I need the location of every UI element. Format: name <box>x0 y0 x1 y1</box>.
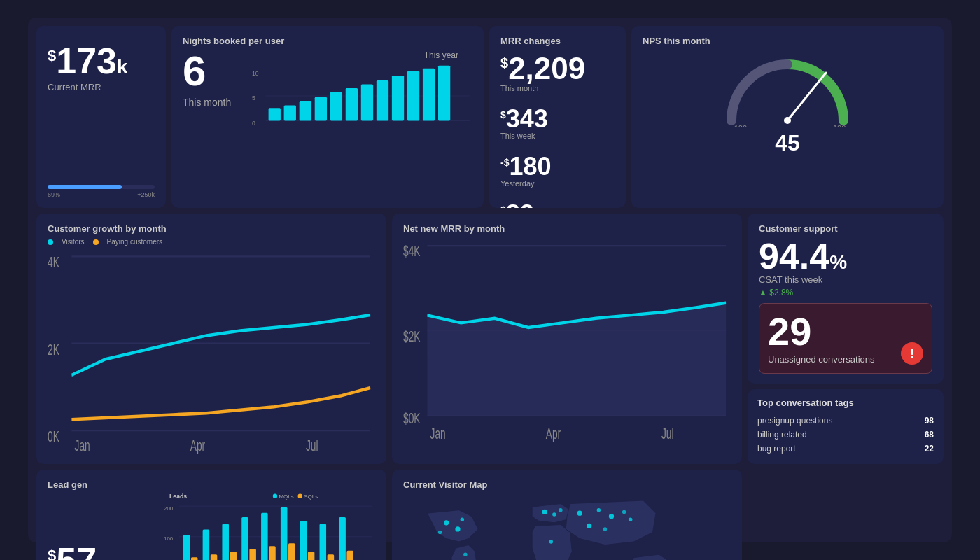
tag-row-1: presignup questions 98 <box>757 414 934 428</box>
tags-title: Top conversation tags <box>757 398 934 408</box>
net-mrr-title: Net new MRR by month <box>403 223 731 234</box>
nights-bar-chart: 10 5 0 <box>252 50 472 141</box>
growth-chart: 4K 2K 0K Jan Apr Jul <box>48 248 375 454</box>
mrr-today-value: $82 <box>500 202 615 208</box>
tag-name-2: billing related <box>757 430 807 440</box>
svg-rect-57 <box>230 552 237 560</box>
mrr-yesterday-label: Yesterday <box>500 179 615 188</box>
svg-text:$4K: $4K <box>403 242 421 260</box>
mrr-yesterday-value: -$180 <box>500 154 615 179</box>
svg-rect-67 <box>328 554 335 560</box>
svg-point-73 <box>444 520 449 525</box>
nps-gauge: -100 100 <box>718 50 858 127</box>
svg-text:Jan: Jan <box>75 437 90 454</box>
svg-rect-16 <box>423 69 435 121</box>
nights-year-label: This year <box>424 50 458 60</box>
svg-text:Jul: Jul <box>662 425 674 442</box>
growth-chart-area: 4K 2K 0K Jan Apr Jul <box>48 248 375 454</box>
dashboard: $173k Current MRR 69% +250k Nights booke… <box>28 18 952 542</box>
tag-row-2: billing related 68 <box>757 428 934 442</box>
svg-text:$2K: $2K <box>403 327 421 344</box>
unassigned-value: 29 <box>768 312 923 351</box>
visitor-map-title: Current Visitor Map <box>403 479 731 490</box>
support-title: Customer support <box>759 223 932 234</box>
svg-point-86 <box>603 527 607 531</box>
mrr-label: Current MRR <box>48 82 155 92</box>
mrr-this-week-label: This week <box>500 132 615 140</box>
svg-text:MQLs: MQLs <box>279 493 294 500</box>
svg-point-83 <box>622 510 626 514</box>
nps-title: NPS this month <box>643 36 932 46</box>
svg-rect-55 <box>211 554 218 560</box>
svg-point-75 <box>455 526 460 531</box>
mrr-value: $173k <box>48 43 155 79</box>
svg-text:10: 10 <box>252 70 259 77</box>
net-mrr-card: Net new MRR by month $4K $2K $0K J <box>392 214 742 464</box>
svg-rect-15 <box>407 71 419 121</box>
legend-visitors: Visitors <box>62 238 85 246</box>
svg-point-78 <box>552 512 556 516</box>
svg-text:Jul: Jul <box>306 437 318 454</box>
right-column: Customer support 94.4% CSAT this week ▲ … <box>748 214 944 464</box>
svg-rect-64 <box>300 522 307 560</box>
svg-rect-14 <box>392 76 404 121</box>
svg-point-88 <box>550 540 553 543</box>
svg-rect-11 <box>346 88 358 120</box>
svg-rect-52 <box>183 535 190 560</box>
svg-rect-66 <box>320 524 327 560</box>
tag-count-3: 22 <box>925 444 934 454</box>
tag-count-2: 68 <box>925 430 934 440</box>
svg-rect-58 <box>241 517 248 560</box>
csat-change: ▲ $2.8% <box>759 288 932 298</box>
svg-rect-9 <box>315 97 327 121</box>
mrr-bar-max: +250k <box>137 191 155 198</box>
svg-rect-8 <box>300 101 312 120</box>
svg-text:Leads: Leads <box>169 493 187 500</box>
lead-left: Lead gen $57 Paid CAC this month ▼ $4 vs… <box>48 479 153 560</box>
svg-point-80 <box>578 511 582 516</box>
svg-text:100: 100 <box>164 536 174 542</box>
unassigned-label: Unassigned conversations <box>768 354 923 365</box>
svg-rect-65 <box>308 552 315 560</box>
lead-cac-value: $57 <box>48 542 153 560</box>
svg-rect-60 <box>261 513 268 560</box>
mrr-bar: 69% +250k <box>48 185 155 198</box>
mrr-bar-min: 69% <box>48 191 60 198</box>
svg-point-81 <box>597 508 601 512</box>
mrr-changes-card: MRR changes $2,209 This month $343 This … <box>489 26 626 208</box>
tag-row-3: bug report 22 <box>757 442 934 456</box>
mrr-this-week-value: $343 <box>500 106 615 132</box>
svg-text:100: 100 <box>833 124 846 127</box>
mrr-changes-title: MRR changes <box>500 36 615 46</box>
mrr-card: $173k Current MRR 69% +250k <box>36 26 166 208</box>
svg-rect-63 <box>288 543 295 560</box>
svg-rect-62 <box>281 507 288 560</box>
svg-rect-53 <box>191 557 198 560</box>
svg-rect-56 <box>222 524 229 560</box>
nps-value: 45 <box>643 130 932 156</box>
csat-value: 94.4% <box>759 238 932 274</box>
nights-sublabel: This month <box>183 97 231 108</box>
bottom-right-spacer <box>748 470 944 560</box>
svg-point-44 <box>298 494 302 498</box>
customer-growth-title: Customer growth by month <box>48 223 375 234</box>
svg-rect-12 <box>361 84 373 120</box>
svg-point-84 <box>629 518 632 522</box>
alert-icon: ! <box>901 342 923 365</box>
svg-point-77 <box>542 510 547 514</box>
customer-support-card: Customer support 94.4% CSAT this week ▲ … <box>748 214 944 384</box>
net-mrr-chart-area: $4K $2K $0K Jan Apr Jul <box>403 238 731 454</box>
svg-text:$0K: $0K <box>403 409 421 426</box>
nights-title: Nights booked per user <box>183 36 472 46</box>
svg-rect-69 <box>346 551 354 560</box>
svg-rect-54 <box>203 529 210 560</box>
tag-count-1: 98 <box>925 416 934 426</box>
svg-point-79 <box>559 508 562 512</box>
svg-text:Apr: Apr <box>190 437 205 454</box>
svg-text:2K: 2K <box>48 340 59 358</box>
tags-card: Top conversation tags presignup question… <box>748 389 944 464</box>
lead-chart: Leads MQLs SQLs 200 100 0 <box>164 479 375 560</box>
svg-rect-6 <box>269 108 281 120</box>
lead-gen-card: Lead gen $57 Paid CAC this month ▼ $4 vs… <box>36 470 386 560</box>
svg-text:Jan: Jan <box>430 425 446 442</box>
